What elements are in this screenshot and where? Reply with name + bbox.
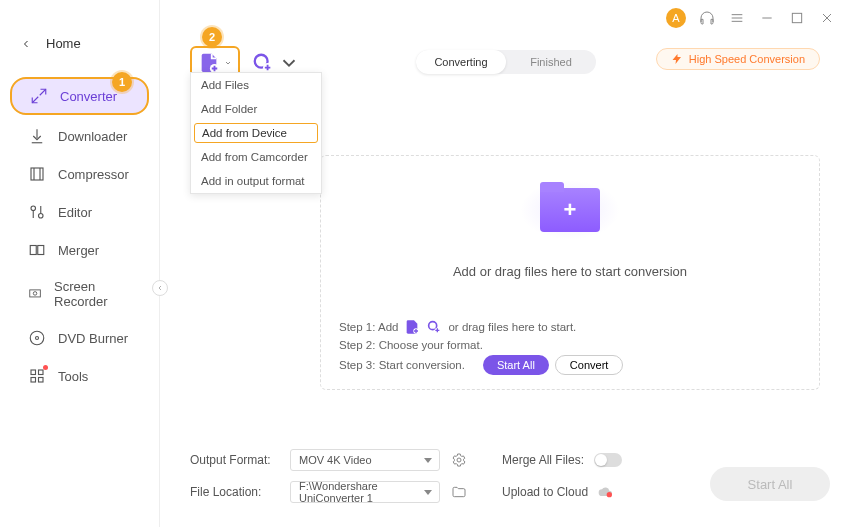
callout-2: 2: [202, 27, 222, 47]
converter-icon: [30, 87, 48, 105]
sidebar-item-label: Editor: [58, 205, 92, 220]
status-tabs: Converting Finished: [416, 50, 596, 74]
add-file-icon: [404, 319, 420, 335]
lightning-icon: [671, 53, 683, 65]
upload-label: Upload to Cloud: [502, 485, 588, 499]
sidebar-item-tools[interactable]: Tools: [10, 359, 149, 393]
svg-point-16: [30, 331, 44, 345]
file-location-select[interactable]: F:\Wondershare UniConverter 1: [290, 481, 440, 503]
sidebar-item-downloader[interactable]: Downloader: [10, 119, 149, 153]
settings-icon[interactable]: [450, 451, 468, 469]
step1-suffix: or drag files here to start.: [448, 321, 576, 333]
sidebar-item-label: DVD Burner: [58, 331, 128, 346]
sidebar-item-label: Merger: [58, 243, 99, 258]
dd-add-from-camcorder[interactable]: Add from Camcorder: [191, 145, 321, 169]
sidebar-item-screen-recorder[interactable]: Screen Recorder: [10, 271, 149, 317]
sidebar-item-label: Compressor: [58, 167, 129, 182]
open-folder-icon[interactable]: [450, 483, 468, 501]
svg-rect-20: [31, 378, 36, 383]
compressor-icon: [28, 165, 46, 183]
svg-rect-18: [31, 370, 36, 375]
add-file-icon: [198, 52, 220, 74]
back-home[interactable]: Home: [0, 30, 159, 57]
download-icon: [28, 127, 46, 145]
drop-illustration: +: [510, 170, 630, 250]
svg-point-29: [607, 492, 612, 497]
dd-add-folder[interactable]: Add Folder: [191, 97, 321, 121]
svg-point-28: [457, 458, 461, 462]
sidebar-item-label: Tools: [58, 369, 88, 384]
drop-area[interactable]: + Add or drag files here to start conver…: [320, 155, 820, 390]
step3: Step 3: Start conversion.: [339, 359, 465, 371]
start-all-button[interactable]: Start All: [710, 467, 830, 501]
tab-finished[interactable]: Finished: [506, 50, 596, 74]
steps: Step 1: Add or drag files here to start.…: [339, 315, 801, 379]
sidebar-item-editor[interactable]: Editor: [10, 195, 149, 229]
sidebar-item-dvd-burner[interactable]: DVD Burner: [10, 321, 149, 355]
hsc-label: High Speed Conversion: [689, 53, 805, 65]
svg-point-15: [33, 292, 37, 296]
dd-add-in-output-format[interactable]: Add in output format: [191, 169, 321, 193]
sidebar-item-label: Converter: [60, 89, 117, 104]
screen-recorder-icon: [28, 285, 42, 303]
chevron-down-icon: [278, 52, 300, 74]
high-speed-conversion-button[interactable]: High Speed Conversion: [656, 48, 820, 70]
sidebar-item-label: Screen Recorder: [54, 279, 131, 309]
add-url-icon: [426, 319, 442, 335]
svg-rect-21: [39, 378, 44, 383]
sidebar-item-merger[interactable]: Merger: [10, 233, 149, 267]
editor-icon: [28, 203, 46, 221]
tab-converting[interactable]: Converting: [416, 50, 506, 74]
svg-rect-7: [31, 168, 43, 180]
dvd-icon: [28, 329, 46, 347]
output-format-select[interactable]: MOV 4K Video: [290, 449, 440, 471]
svg-point-9: [39, 214, 44, 219]
convert-step-button[interactable]: Convert: [555, 355, 624, 375]
output-format-label: Output Format:: [190, 453, 280, 467]
merge-label: Merge All Files:: [502, 453, 584, 467]
cloud-icon[interactable]: [598, 486, 614, 498]
step2: Step 2: Choose your format.: [339, 339, 483, 351]
merge-toggle[interactable]: [594, 453, 622, 467]
folder-icon: +: [540, 188, 600, 232]
main-area: Converting Finished High Speed Conversio…: [160, 0, 850, 527]
svg-rect-19: [39, 370, 44, 375]
tools-icon: [28, 367, 46, 385]
file-location-label: File Location:: [190, 485, 280, 499]
chevron-left-icon: [20, 38, 32, 50]
merger-icon: [28, 241, 46, 259]
sidebar-item-label: Downloader: [58, 129, 127, 144]
step1-prefix: Step 1: Add: [339, 321, 398, 333]
svg-rect-14: [30, 290, 41, 297]
add-url-icon: [252, 52, 274, 74]
home-label: Home: [46, 36, 81, 51]
add-dropdown-menu: Add Files Add Folder Add from Device Add…: [190, 72, 322, 194]
add-url-button[interactable]: [252, 52, 300, 74]
callout-1: 1: [112, 72, 132, 92]
dd-add-files[interactable]: Add Files: [191, 73, 321, 97]
svg-point-17: [36, 337, 39, 340]
svg-rect-13: [38, 246, 44, 255]
drop-text: Add or drag files here to start conversi…: [453, 264, 687, 279]
start-all-step-button[interactable]: Start All: [483, 355, 549, 375]
svg-rect-12: [30, 246, 36, 255]
sidebar-item-compressor[interactable]: Compressor: [10, 157, 149, 191]
chevron-down-icon: [224, 59, 232, 67]
sidebar: Home Converter Downloader Compressor Edi…: [0, 0, 160, 527]
dd-add-from-device[interactable]: Add from Device: [194, 123, 318, 143]
svg-point-8: [31, 206, 36, 211]
